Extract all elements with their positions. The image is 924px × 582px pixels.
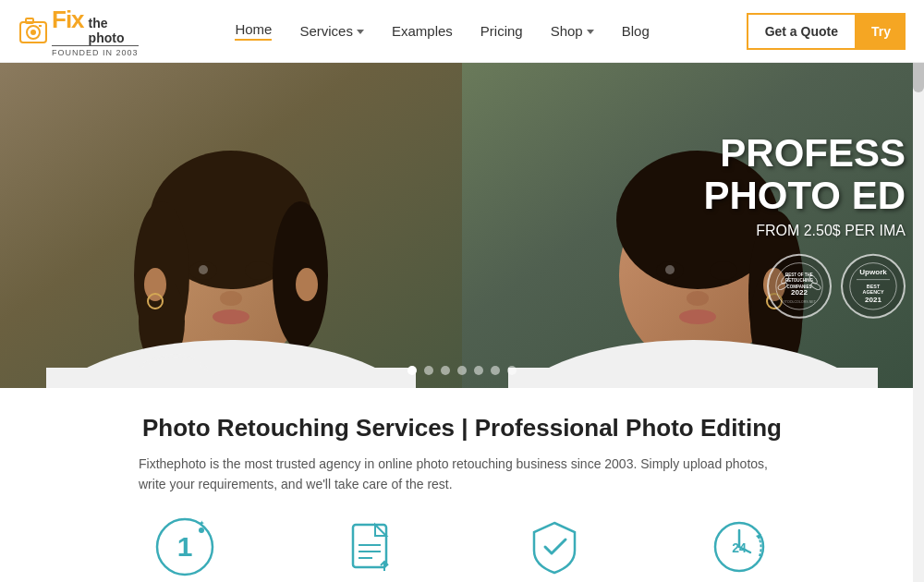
badge-retouching: BEST OF THE RETOUCHING COMPANIES 2022 ©T… bbox=[767, 254, 832, 319]
svg-point-34 bbox=[665, 265, 675, 274]
hero-subtitle: FROM 2.50$ PER IMA bbox=[703, 223, 906, 239]
svg-rect-22 bbox=[46, 368, 416, 388]
logo-fix: Fix bbox=[52, 6, 84, 34]
hero-text-overlay: PROFESS PHOTO ED FROM 2.50$ PER IMA BEST bbox=[703, 132, 906, 319]
svg-point-18 bbox=[199, 265, 208, 274]
carousel-dot-1[interactable] bbox=[407, 366, 417, 375]
header: Fix the photo FOUNDED IN 2003 Home Servi… bbox=[0, 0, 924, 63]
main-nav: Home Services Examples Pricing Shop Blog bbox=[235, 21, 649, 41]
nav-home[interactable]: Home bbox=[235, 21, 272, 41]
nav-examples[interactable]: Examples bbox=[392, 23, 453, 39]
svg-point-57 bbox=[199, 527, 204, 533]
feature-icons-row: 1 ✦ bbox=[37, 517, 887, 576]
svg-text:Upwork: Upwork bbox=[859, 269, 887, 277]
logo-founded: FOUNDED IN 2003 bbox=[52, 45, 139, 57]
shop-dropdown-icon bbox=[587, 30, 594, 34]
logo-thephoto-bottom: photo bbox=[89, 31, 125, 44]
svg-text:✦: ✦ bbox=[199, 519, 205, 527]
svg-rect-38 bbox=[508, 368, 878, 388]
svg-text:1: 1 bbox=[177, 531, 193, 562]
services-title: Photo Retouching Services | Professional… bbox=[37, 414, 887, 443]
feature-icon-2 bbox=[340, 517, 399, 576]
carousel-dot-7[interactable] bbox=[507, 366, 517, 375]
carousel-dot-3[interactable] bbox=[441, 366, 450, 375]
svg-text:AGENCY: AGENCY bbox=[863, 289, 884, 295]
hero-badges: BEST OF THE RETOUCHING COMPANIES 2022 ©T… bbox=[703, 254, 906, 319]
logo[interactable]: Fix the photo FOUNDED IN 2003 bbox=[18, 6, 139, 57]
carousel-dots bbox=[407, 366, 517, 375]
svg-point-15 bbox=[296, 268, 318, 301]
feature-icon-1: 1 ✦ bbox=[155, 517, 214, 576]
carousel-dot-6[interactable] bbox=[491, 366, 500, 375]
hero-section: PROFESS PHOTO ED FROM 2.50$ PER IMA BEST bbox=[0, 63, 924, 388]
carousel-dot-4[interactable] bbox=[457, 366, 467, 375]
carousel-dot-5[interactable] bbox=[474, 366, 483, 375]
number-one-icon: 1 ✦ bbox=[155, 517, 214, 576]
svg-point-17 bbox=[245, 261, 273, 280]
try-button[interactable]: Try bbox=[857, 13, 906, 50]
services-section: Photo Retouching Services | Professional… bbox=[0, 388, 924, 582]
carousel-dot-2[interactable] bbox=[424, 366, 433, 375]
get-quote-button[interactable]: Get a Quote bbox=[747, 13, 857, 50]
nav-blog[interactable]: Blog bbox=[622, 23, 650, 39]
svg-text:©TOOLCOLORS.NET: ©TOOLCOLORS.NET bbox=[783, 300, 817, 304]
scrollbar[interactable] bbox=[913, 0, 924, 582]
svg-point-13 bbox=[144, 268, 166, 301]
hero-title: PROFESS PHOTO ED bbox=[703, 132, 906, 217]
svg-point-2 bbox=[30, 30, 36, 35]
nav-shop[interactable]: Shop bbox=[551, 23, 594, 39]
svg-text:24: 24 bbox=[732, 540, 747, 555]
logo-thephoto-top: the bbox=[89, 17, 125, 30]
services-description: Fixthephoto is the most trusted agency i… bbox=[139, 454, 785, 495]
header-buttons: Get a Quote Try bbox=[747, 13, 906, 50]
nav-pricing[interactable]: Pricing bbox=[480, 23, 523, 39]
hero-before-image bbox=[0, 63, 462, 388]
svg-text:2021: 2021 bbox=[865, 296, 881, 304]
svg-text:BEST OF THE: BEST OF THE bbox=[785, 273, 813, 277]
feature-icon-3 bbox=[525, 517, 584, 576]
svg-text:RETOUCHING: RETOUCHING bbox=[785, 279, 814, 284]
shield-check-icon bbox=[525, 517, 584, 576]
24h-icon: 24 bbox=[710, 517, 769, 576]
feature-icon-4: 24 bbox=[710, 517, 769, 576]
services-dropdown-icon bbox=[357, 30, 364, 34]
svg-text:2022: 2022 bbox=[791, 288, 808, 297]
nav-services[interactable]: Services bbox=[299, 23, 364, 39]
document-icon bbox=[340, 517, 399, 576]
svg-rect-3 bbox=[26, 18, 33, 23]
logo-camera-icon bbox=[18, 15, 48, 48]
svg-text:BEST: BEST bbox=[867, 284, 881, 289]
svg-point-19 bbox=[220, 291, 242, 306]
svg-point-20 bbox=[213, 309, 249, 324]
badge-upwork: Upwork BEST AGENCY 2021 bbox=[841, 254, 906, 319]
